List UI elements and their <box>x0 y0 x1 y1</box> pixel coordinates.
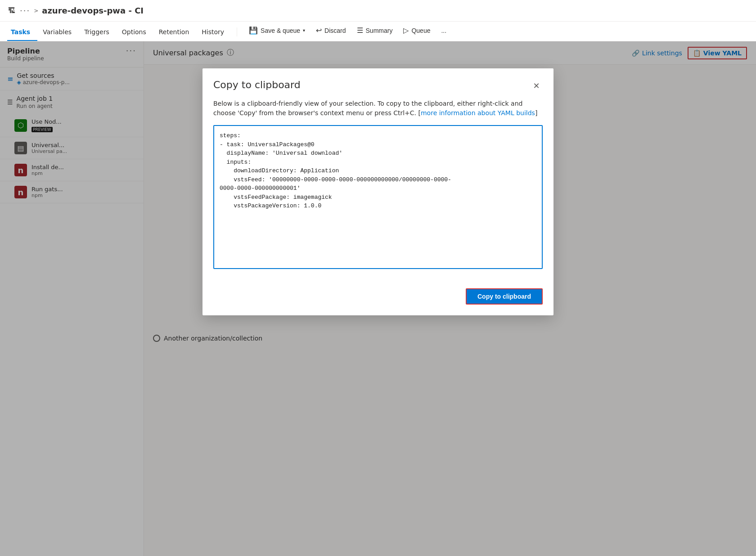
discard-icon: ↩ <box>316 26 322 35</box>
yaml-textarea[interactable] <box>213 125 543 269</box>
tab-retention[interactable]: Retention <box>155 28 197 41</box>
breadcrumb-separator: > <box>34 8 38 14</box>
queue-button[interactable]: ▷ Queue <box>399 24 435 36</box>
nav-tabs: Tasks Variables Triggers Options Retenti… <box>0 22 756 41</box>
modal-overlay: Copy to clipboard ✕ Below is a clipboard… <box>0 41 756 556</box>
modal-body: Below is a clipboard-friendly view of yo… <box>202 92 554 281</box>
nav-actions: 💾 Save & queue ▾ ↩ Discard ☰ Summary ▷ Q… <box>244 24 451 41</box>
tab-tasks[interactable]: Tasks <box>7 28 37 41</box>
summary-button[interactable]: ☰ Summary <box>352 24 397 36</box>
tab-options[interactable]: Options <box>118 28 153 41</box>
more-actions-label: ... <box>441 27 446 34</box>
save-queue-label: Save & queue <box>261 27 300 34</box>
dropdown-arrow-icon: ▾ <box>303 28 305 33</box>
copy-to-clipboard-button[interactable]: Copy to clipboard <box>466 288 543 305</box>
modal-close-button[interactable]: ✕ <box>530 79 543 92</box>
summary-icon: ☰ <box>357 26 363 35</box>
main-layout: Pipeline Build pipeline ··· ≡ Get source… <box>0 41 756 556</box>
save-queue-button[interactable]: 💾 Save & queue ▾ <box>244 24 310 36</box>
modal-desc-part2: ] <box>535 109 537 117</box>
page-title: azure-devops-pwa - CI <box>42 6 144 15</box>
more-actions-button[interactable]: ... <box>436 25 451 36</box>
summary-label: Summary <box>366 27 393 34</box>
tab-variables[interactable]: Variables <box>39 28 79 41</box>
discard-button[interactable]: ↩ Discard <box>311 24 350 36</box>
tab-divider <box>237 27 237 36</box>
modal-footer: Copy to clipboard <box>202 281 554 315</box>
save-icon: 💾 <box>249 26 258 35</box>
queue-label: Queue <box>411 27 430 34</box>
queue-icon: ▷ <box>403 26 409 35</box>
copy-to-clipboard-modal: Copy to clipboard ✕ Below is a clipboard… <box>202 68 554 315</box>
modal-header: Copy to clipboard ✕ <box>202 68 554 92</box>
modal-title: Copy to clipboard <box>213 79 301 90</box>
modal-desc-link[interactable]: more information about YAML builds <box>421 109 535 117</box>
discard-label: Discard <box>324 27 346 34</box>
top-bar: 🏗 ··· > azure-devops-pwa - CI <box>0 0 756 22</box>
modal-description: Below is a clipboard-friendly view of yo… <box>213 99 543 118</box>
tab-triggers[interactable]: Triggers <box>81 28 117 41</box>
tab-history[interactable]: History <box>198 28 231 41</box>
app-icon: 🏗 <box>7 6 16 15</box>
breadcrumb-dots[interactable]: ··· <box>20 6 30 15</box>
